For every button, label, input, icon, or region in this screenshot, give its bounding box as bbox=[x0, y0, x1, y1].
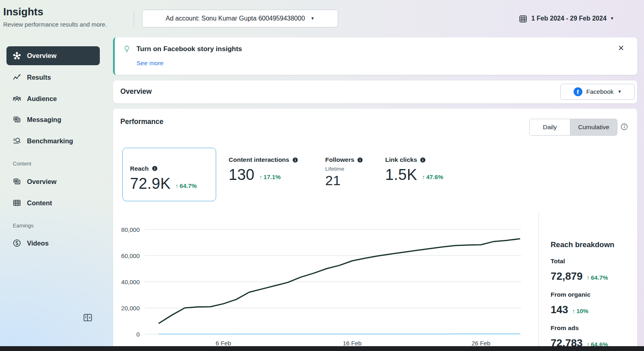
metric-reach[interactable]: Reach 72.9K ↑ 64.7% bbox=[122, 148, 216, 201]
page-subtitle: Review performance results and more. bbox=[3, 21, 107, 28]
breakdown-title: Reach breakdown bbox=[551, 240, 637, 249]
x-axis-tick-label: 6 Feb bbox=[216, 340, 231, 347]
sidebar-item-content[interactable]: Content bbox=[6, 195, 100, 211]
overview-section-title: Overview bbox=[120, 87, 152, 96]
metric-value: 130 bbox=[229, 166, 254, 183]
overview-section-card: Overview f Facebook ▼ bbox=[113, 81, 637, 103]
results-chart-icon bbox=[12, 72, 22, 82]
audience-people-icon bbox=[12, 94, 22, 103]
metric-link-clicks[interactable]: Link clicks 1.5K ↑ 47.6% bbox=[385, 156, 443, 183]
date-range-selector[interactable]: 1 Feb 2024 - 29 Feb 2024 ▼ bbox=[516, 11, 617, 26]
platform-label: Facebook bbox=[586, 88, 614, 95]
dollar-circle-icon bbox=[12, 238, 22, 248]
up-arrow-icon: ↑ bbox=[175, 182, 179, 189]
messaging-cards-icon bbox=[12, 115, 22, 124]
sidebar-item-videos[interactable]: Videos bbox=[6, 235, 100, 251]
y-axis-tick-label: 60,000 bbox=[121, 252, 140, 259]
performance-title: Performance bbox=[120, 118, 163, 126]
sidebar-section-content: Content bbox=[13, 161, 31, 167]
breakdown-row: 72,879 ↑ 64.7% bbox=[551, 270, 637, 283]
insights-page: Insights Review performance results and … bbox=[0, 0, 644, 351]
content-table-icon bbox=[12, 198, 22, 208]
banner-title: Turn on Facebook story insights bbox=[136, 45, 242, 53]
x-axis-tick-label: 26 Feb bbox=[472, 340, 491, 347]
metric-label: Followers bbox=[325, 156, 354, 163]
up-arrow-icon: ↑ bbox=[422, 173, 425, 180]
y-axis-tick-label: 80,000 bbox=[121, 226, 140, 233]
up-arrow-icon: ↑ bbox=[587, 274, 590, 281]
toggle-cumulative[interactable]: Cumulative bbox=[570, 119, 617, 135]
sidebar-item-benchmarking[interactable]: Benchmarking bbox=[6, 133, 100, 149]
metric-value: 72.9K bbox=[130, 175, 171, 192]
sidebar-section-earnings: Earnings bbox=[13, 223, 33, 229]
breakdown-row: 143 ↑ 10% bbox=[551, 304, 637, 316]
sidebar-item-label: Messaging bbox=[27, 116, 61, 124]
caret-down-icon: ▼ bbox=[610, 17, 614, 21]
toggle-daily[interactable]: Daily bbox=[530, 119, 570, 135]
breakdown-label: From organic bbox=[551, 291, 637, 298]
sidebar-item-label: Overview bbox=[27, 178, 56, 186]
header-divider bbox=[134, 11, 134, 27]
metric-sublabel: Lifetime bbox=[325, 166, 363, 172]
metric-change: 64.7% bbox=[180, 182, 197, 189]
breakdown-value: 72,879 bbox=[551, 270, 583, 283]
metric-label: Reach bbox=[130, 165, 149, 172]
lightbulb-icon bbox=[122, 45, 131, 54]
platform-selector[interactable]: f Facebook ▼ bbox=[560, 84, 635, 100]
metric-label: Content interactions bbox=[229, 156, 289, 163]
sidebar-item-content-overview[interactable]: Overview bbox=[6, 173, 100, 190]
ad-account-selector[interactable]: Ad account: Sonu Kumar Gupta 60049594380… bbox=[142, 10, 338, 27]
performance-chart: 020,00040,00060,00080,0006 Feb16 Feb26 F… bbox=[117, 217, 535, 350]
info-icon bbox=[292, 157, 298, 163]
info-icon[interactable] bbox=[620, 123, 628, 131]
see-more-link[interactable]: See more bbox=[136, 60, 163, 67]
sidebar-item-messaging[interactable]: Messaging bbox=[6, 111, 100, 128]
chart-series-line bbox=[159, 239, 520, 323]
chart-breakdown-divider bbox=[539, 211, 539, 351]
page-title: Insights bbox=[3, 6, 43, 18]
sidebar-item-label: Content bbox=[27, 199, 52, 207]
info-icon bbox=[152, 165, 158, 171]
daily-cumulative-toggle: Daily Cumulative bbox=[529, 119, 617, 136]
performance-card: Performance Daily Cumulative Reach bbox=[113, 109, 637, 351]
metric-content-interactions[interactable]: Content interactions 130 ↑ 17.1% bbox=[229, 156, 298, 183]
breakdown-value: 143 bbox=[551, 304, 568, 316]
facebook-logo-icon: f bbox=[574, 87, 582, 96]
metric-change: 17.1% bbox=[264, 173, 281, 180]
sidebar-item-label: Audience bbox=[27, 95, 57, 103]
sidebar-item-label: Benchmarking bbox=[27, 137, 73, 145]
close-icon[interactable]: ✕ bbox=[615, 43, 627, 53]
window-bottom-bar bbox=[0, 346, 644, 351]
breakdown-change: 10% bbox=[576, 308, 588, 314]
sidebar-item-label: Overview bbox=[27, 52, 56, 60]
story-insights-banner: Turn on Facebook story insights See more… bbox=[113, 37, 637, 75]
up-arrow-icon: ↑ bbox=[259, 173, 262, 180]
sidebar-item-label: Results bbox=[27, 74, 51, 81]
info-icon bbox=[357, 157, 363, 163]
reach-breakdown: Reach breakdown Total 72,879 ↑ 64.7% Fro… bbox=[551, 240, 637, 351]
y-axis-tick-label: 0 bbox=[136, 331, 140, 338]
metric-change: 47.6% bbox=[426, 173, 444, 180]
breakdown-label: From ads bbox=[551, 324, 637, 332]
overview-molecule-icon bbox=[12, 51, 22, 61]
info-icon bbox=[420, 157, 426, 163]
metric-label: Link clicks bbox=[385, 156, 417, 163]
sidebar-item-audience[interactable]: Audience bbox=[6, 91, 100, 107]
metric-value: 1.5K bbox=[385, 166, 417, 183]
metric-followers[interactable]: Followers Lifetime 21 bbox=[325, 156, 363, 188]
caret-down-icon: ▼ bbox=[618, 90, 622, 94]
date-range-label: 1 Feb 2024 - 29 Feb 2024 bbox=[531, 15, 607, 22]
ad-account-label: Ad account: Sonu Kumar Gupta 60049594380… bbox=[166, 15, 305, 22]
y-axis-tick-label: 20,000 bbox=[121, 305, 140, 312]
sidebar-item-results[interactable]: Results bbox=[6, 69, 100, 85]
breakdown-change: 64.7% bbox=[591, 274, 608, 281]
x-axis-tick-label: 16 Feb bbox=[343, 340, 362, 347]
sidebar-item-label: Videos bbox=[27, 240, 49, 247]
y-axis-tick-label: 40,000 bbox=[121, 279, 140, 285]
collapse-sidebar-icon bbox=[82, 312, 96, 324]
up-arrow-icon: ↑ bbox=[572, 308, 575, 314]
breakdown-label: Total bbox=[551, 258, 637, 265]
benchmarking-search-icon bbox=[12, 136, 22, 146]
collapse-sidebar-button[interactable] bbox=[82, 310, 96, 325]
sidebar-item-overview[interactable]: Overview bbox=[6, 46, 100, 65]
